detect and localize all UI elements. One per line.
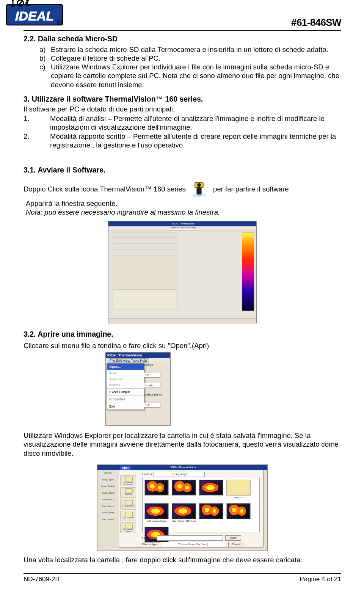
para-explorer: Utilizzare Windows Explorer per localizz… xyxy=(24,431,341,458)
list-item-a: Estrarre la scheda micro-SD dalla Termoc… xyxy=(51,45,328,54)
menu-item-saveas[interactable]: Save As... xyxy=(107,376,144,382)
svg-text:IDEAL: IDEAL xyxy=(15,9,54,23)
lookin-field[interactable]: 📁 my images xyxy=(154,472,205,477)
list-item-c: Utilizzare Windows Explorer per individu… xyxy=(51,63,341,89)
footer-doc-id: ND-7609-2IT xyxy=(24,575,61,583)
page-header: IDEAL R #61-846SW xyxy=(24,0,341,31)
footer-page-number: Pagine 4 of 21 xyxy=(300,575,341,583)
thermalvision-app-icon xyxy=(193,182,206,197)
file-thumbnail[interactable] xyxy=(171,480,196,501)
figure-open-dialog-wrap: IDEAL ThermalVision DisplayTemp. SpanCol… xyxy=(24,461,341,551)
figure-open-dialog: IDEAL ThermalVision DisplayTemp. SpanCol… xyxy=(97,464,268,551)
open-dialog-bottom: File name:Open Files of type:ThermalVisi… xyxy=(142,535,260,547)
window-statusbar xyxy=(108,318,256,323)
launch-instruction: Doppio Click sulla icona ThermalVision™ … xyxy=(24,182,341,197)
menu-item-excel[interactable]: Excel Output... xyxy=(107,389,144,395)
sidebar-place[interactable]: My Documents xyxy=(120,499,136,510)
window-titlebar: IDEAL ThermalVision xyxy=(108,221,256,226)
product-code: #61-846SW xyxy=(291,16,341,29)
menu-item-save[interactable]: Save xyxy=(107,370,144,376)
places-sidebar: My Recent Documents Desktop My Documents… xyxy=(120,475,140,543)
open-button[interactable]: Open xyxy=(225,535,241,541)
list-marker: c) xyxy=(39,63,51,89)
cancel-button[interactable]: Cancel xyxy=(228,542,244,547)
section-3-2-title: 3.2. Aprire una immagine. xyxy=(24,329,341,339)
menu-item-exit[interactable]: Exit xyxy=(107,403,144,409)
para-doubleclick: Una volta localizzata la cartella , fare… xyxy=(24,555,341,564)
ideal-logo: IDEAL R xyxy=(5,0,64,27)
file-thumbnail[interactable]: 189 snapshot.bmp xyxy=(144,503,169,524)
svg-text:R: R xyxy=(58,21,61,24)
lookin-row: Look in: 📁 my images xyxy=(142,472,205,477)
left-labels: DisplayTemp. SpanColour PaletteVisible B… xyxy=(99,472,117,525)
svg-point-7 xyxy=(198,183,201,187)
list-item-b: Collegare il lettore di schede al PC. xyxy=(51,54,160,63)
launch-text-pre: Doppio Click sulla icona ThermalVision™ … xyxy=(24,185,186,193)
file-thumbnail[interactable]: Copy of img_0189.bmp xyxy=(171,503,196,524)
section-3-intro: Il software per PC è dotato di due parti… xyxy=(24,105,341,113)
para-open-menu: Cliccare sul menu file a tendina e fare … xyxy=(24,341,341,350)
section-3-1-title: 3.1. Avviare il Software. xyxy=(24,165,341,175)
filename-field[interactable] xyxy=(157,535,223,541)
color-gradient-bar xyxy=(242,232,254,311)
file-thumbnail[interactable] xyxy=(199,480,224,501)
window-titlebar: IDEAL ThermalVision xyxy=(106,353,170,358)
svg-rect-9 xyxy=(193,194,206,197)
window-menubar: File Edit View Tools Help xyxy=(108,226,256,231)
sidebar-place[interactable]: My Computer xyxy=(120,511,136,521)
list-number: 2. xyxy=(24,132,50,150)
list-2-2: a)Estrarre la scheda micro-SD dalla Term… xyxy=(39,45,341,89)
file-dropdown-menu: Open... Save Save As... Revert Excel Out… xyxy=(107,363,144,410)
sidebar-place[interactable]: My Recent Documents xyxy=(120,475,136,486)
file-thumbnail[interactable] xyxy=(144,480,169,501)
menu-item-revert[interactable]: Revert xyxy=(107,382,144,388)
window-menubar: File Edit View Tools Help xyxy=(106,358,170,363)
sidebar-place[interactable]: Desktop xyxy=(120,487,136,498)
numbered-list-3: 1.Modalità di analisi – Permette all'ute… xyxy=(24,114,341,149)
list-marker: a) xyxy=(39,45,51,54)
section-3-title: 3. Utilizzare il software ThermalVision™… xyxy=(24,94,341,104)
figure-main-window-wrap: IDEAL ThermalVision File Edit View Tools… xyxy=(24,216,341,323)
figure-main-window: IDEAL ThermalVision File Edit View Tools… xyxy=(108,221,257,323)
filetype-field[interactable]: ThermalVision file(*.bmp) xyxy=(160,542,226,547)
panel-peek: ettings 0.0 Ironbo Visible Blend: 0 % xyxy=(144,363,168,413)
list-item-1: Modalità di analisi – Permette all'utent… xyxy=(50,114,341,132)
list-marker: b) xyxy=(39,54,51,63)
file-thumbnail-area: img0010 189 snapshot.bmp Copy of img_018… xyxy=(142,478,260,532)
para-appear: Apparirà la finestra seguente. xyxy=(26,199,341,208)
settings-panel xyxy=(111,232,178,310)
file-thumbnail[interactable] xyxy=(199,503,224,524)
menu-item-open[interactable]: Open... xyxy=(107,364,144,370)
sidebar-place[interactable]: My Network Places xyxy=(120,522,136,533)
file-thumbnail[interactable] xyxy=(226,503,251,524)
page-footer: ND-7609-2IT Pagine 4 of 21 xyxy=(24,573,341,583)
para-note: Nota: può essere necessario ingrandire a… xyxy=(26,208,341,216)
list-number: 1. xyxy=(24,114,50,132)
menu-item-properties[interactable]: Properties xyxy=(107,396,144,402)
figure-file-menu-wrap: IDEAL ThermalVision File Edit View Tools… xyxy=(24,352,341,426)
list-item-2: Modalità rapporto scritto – Permette all… xyxy=(50,132,341,150)
file-thumbnail[interactable]: img0010 xyxy=(226,480,251,501)
open-dialog-title: Open xyxy=(120,466,131,470)
svg-point-5 xyxy=(25,2,28,4)
figure-file-menu: IDEAL ThermalVision File Edit View Tools… xyxy=(105,352,171,426)
section-2-2-title: 2.2. Dalla scheda Micro-SD xyxy=(24,34,341,44)
launch-text-post: per far partire il software xyxy=(213,185,289,193)
